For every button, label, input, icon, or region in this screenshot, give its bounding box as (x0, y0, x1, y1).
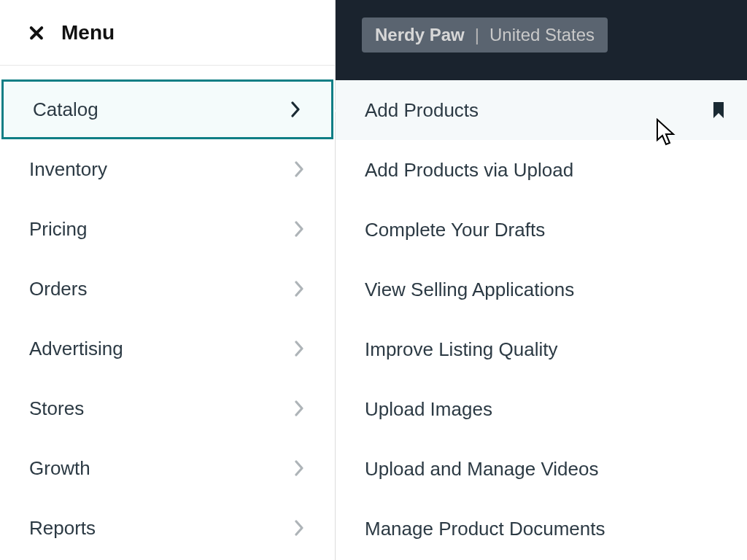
submenu-item-add-products-upload[interactable]: Add Products via Upload (336, 140, 747, 200)
store-selector[interactable]: Nerdy Paw | United States (362, 18, 608, 52)
sidebar-item-orders[interactable]: Orders (0, 259, 335, 319)
sidebar-item-advertising[interactable]: Advertising (0, 319, 335, 378)
submenu-item-label: Upload and Manage Videos (365, 458, 598, 481)
submenu-item-label: Complete Your Drafts (365, 219, 545, 241)
submenu-item-upload-images[interactable]: Upload Images (336, 379, 747, 439)
close-icon[interactable] (26, 23, 47, 43)
submenu-item-add-products[interactable]: Add Products (336, 80, 747, 140)
submenu-item-label: Improve Listing Quality (365, 338, 557, 361)
sidebar-item-label: Advertising (29, 338, 123, 360)
chevron-right-icon (293, 458, 306, 478)
submenu-item-label: Upload Images (365, 398, 492, 421)
menu-title: Menu (61, 21, 115, 44)
sidebar-item-reports[interactable]: Reports (0, 498, 335, 558)
store-region: United States (489, 25, 595, 45)
sidebar-item-label: Reports (29, 517, 96, 540)
sidebar-item-label: Pricing (29, 218, 87, 241)
sidebar-item-pricing[interactable]: Pricing (0, 199, 335, 259)
submenu-item-label: View Selling Applications (365, 279, 574, 301)
submenu-item-label: Manage Product Documents (365, 518, 605, 540)
sidebar: Menu Catalog Inventory Pricing Orders Ad… (0, 0, 336, 560)
top-bar: Nerdy Paw | United States (336, 0, 747, 80)
sidebar-item-label: Inventory (29, 158, 107, 181)
chevron-right-icon (293, 518, 306, 538)
submenu-item-manage-product-documents[interactable]: Manage Product Documents (336, 499, 747, 559)
sidebar-item-inventory[interactable]: Inventory (0, 139, 335, 199)
submenu-item-label: Add Products via Upload (365, 159, 573, 182)
sidebar-item-label: Catalog (33, 98, 98, 121)
submenu-item-label: Add Products (365, 99, 479, 122)
chevron-right-icon (293, 398, 306, 419)
submenu-item-view-selling-applications[interactable]: View Selling Applications (336, 260, 747, 319)
submenu-item-complete-drafts[interactable]: Complete Your Drafts (336, 200, 747, 260)
sidebar-item-stores[interactable]: Stores (0, 378, 335, 438)
sidebar-list: Catalog Inventory Pricing Orders Adverti… (0, 66, 335, 558)
submenu-panel: Add Products Add Products via Upload Com… (336, 80, 747, 560)
chevron-right-icon (289, 99, 302, 120)
sidebar-item-label: Orders (29, 278, 87, 300)
chevron-right-icon (293, 159, 306, 179)
chevron-right-icon (293, 279, 306, 299)
chevron-right-icon (293, 338, 306, 359)
store-brand: Nerdy Paw (375, 25, 465, 45)
submenu-item-upload-manage-videos[interactable]: Upload and Manage Videos (336, 439, 747, 499)
sidebar-item-growth[interactable]: Growth (0, 438, 335, 498)
active-notch-icon (334, 101, 344, 121)
bookmark-icon[interactable] (712, 101, 725, 119)
separator: | (471, 25, 484, 45)
sidebar-item-label: Growth (29, 457, 90, 480)
sidebar-item-label: Stores (29, 397, 84, 420)
sidebar-header: Menu (0, 0, 335, 66)
sidebar-item-catalog[interactable]: Catalog (1, 79, 333, 139)
chevron-right-icon (293, 219, 306, 239)
submenu-item-improve-listing-quality[interactable]: Improve Listing Quality (336, 319, 747, 379)
